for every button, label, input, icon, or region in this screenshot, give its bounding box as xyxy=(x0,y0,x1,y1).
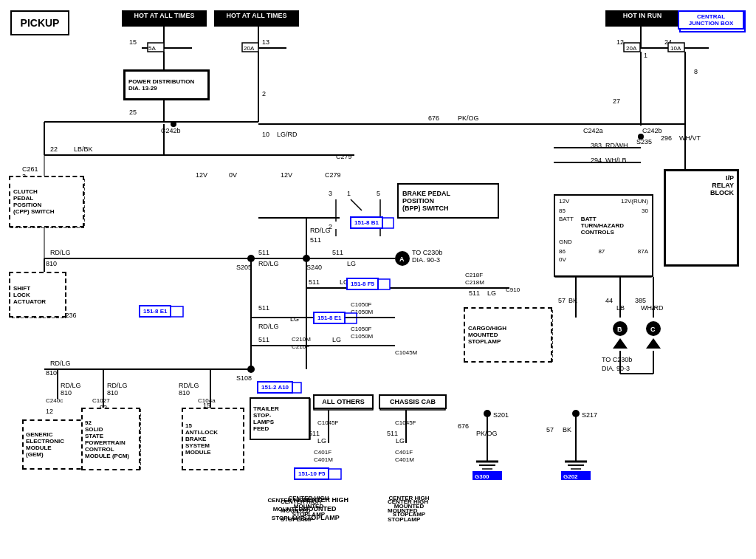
svg-text:511: 511 xyxy=(387,430,398,437)
svg-text:C: C xyxy=(650,326,656,333)
svg-text:20A: 20A xyxy=(626,45,637,52)
svg-text:G202: G202 xyxy=(563,473,578,480)
svg-text:12V: 12V xyxy=(281,171,292,179)
fuse-151-8-e1-left: 151-8 E1 xyxy=(139,305,171,318)
ip-relay-block: I/P RELAY BLOCK xyxy=(664,170,738,266)
svg-text:15: 15 xyxy=(129,38,137,46)
center-high-stoplamp-right: CENTER HIGHMOUNTEDSTOPLAMP xyxy=(379,493,439,518)
all-others-box: ALL OTHERS xyxy=(313,394,374,409)
fuse-151-8-e1-right: 151-8 E1 xyxy=(313,312,346,324)
svg-text:RD/LG: RD/LG xyxy=(50,249,71,256)
fuse-151-2-a10: 151-2 A10 xyxy=(257,381,293,394)
svg-text:BK: BK xyxy=(563,426,571,433)
svg-text:57: 57 xyxy=(558,297,566,304)
svg-text:27: 27 xyxy=(613,97,620,105)
svg-text:C1050M: C1050M xyxy=(351,333,374,340)
svg-text:C218M: C218M xyxy=(465,279,484,286)
svg-text:20A: 20A xyxy=(244,45,255,52)
svg-text:C242b: C242b xyxy=(642,127,662,134)
svg-text:TO C230b: TO C230b xyxy=(602,356,632,363)
fuse-151-8-b1: 151-8 B1 xyxy=(350,216,383,229)
svg-text:C401F: C401F xyxy=(395,449,413,456)
svg-text:LG: LG xyxy=(332,336,341,343)
svg-marker-241 xyxy=(613,338,628,349)
cpp-switch-box: CLUTCH PEDAL POSITION (CPP) SWITCH xyxy=(9,176,84,227)
svg-text:13: 13 xyxy=(262,38,269,46)
gem-box: GENERIC ELECTRONIC MODULE (GEM) xyxy=(22,419,89,470)
svg-text:C279: C279 xyxy=(325,171,341,179)
fuse-151-8-f5: 151-8 F5 xyxy=(346,278,379,290)
svg-text:676: 676 xyxy=(458,422,469,430)
svg-text:12: 12 xyxy=(616,38,624,46)
svg-text:3: 3 xyxy=(329,190,332,197)
center-high-stoplamp-left: CENTER HIGHMOUNTEDSTOPLAMP xyxy=(279,493,338,518)
svg-text:S217: S217 xyxy=(582,411,597,419)
svg-text:C401F: C401F xyxy=(314,449,331,456)
cargo-high-mounted-stoplamp: CARGO/HIGH MOUNTED STOPLAMP xyxy=(464,307,552,363)
svg-line-44 xyxy=(351,199,362,210)
svg-text:LB: LB xyxy=(616,304,625,312)
svg-text:511: 511 xyxy=(310,236,321,244)
svg-text:57: 57 xyxy=(546,426,554,433)
bpp-switch-box: BRAKE PEDAL POSITION (BPP) SWITCH xyxy=(397,183,499,219)
svg-text:44: 44 xyxy=(605,297,613,304)
svg-text:LG: LG xyxy=(396,437,405,445)
svg-text:676: 676 xyxy=(428,114,439,122)
svg-marker-244 xyxy=(646,338,661,349)
svg-text:C261: C261 xyxy=(22,165,38,173)
svg-text:2: 2 xyxy=(262,90,266,97)
svg-text:C242a: C242a xyxy=(583,127,603,134)
svg-point-199 xyxy=(638,134,644,140)
svg-text:C401M: C401M xyxy=(314,456,333,463)
svg-text:WH/RD: WH/RD xyxy=(641,304,664,312)
svg-text:10A: 10A xyxy=(670,45,681,52)
svg-text:LG: LG xyxy=(317,437,326,445)
svg-text:PK/OG: PK/OG xyxy=(458,114,479,122)
svg-text:8: 8 xyxy=(694,68,698,75)
svg-text:0V: 0V xyxy=(229,171,237,179)
svg-text:WH/VT: WH/VT xyxy=(679,134,701,142)
svg-text:C210M: C210M xyxy=(292,336,311,343)
svg-text:S108: S108 xyxy=(236,374,252,382)
svg-text:810: 810 xyxy=(46,260,57,267)
svg-text:12: 12 xyxy=(46,408,53,415)
svg-text:RD/LG: RD/LG xyxy=(258,323,279,330)
svg-text:C1050F: C1050F xyxy=(351,326,372,332)
svg-text:LB/BK: LB/BK xyxy=(74,145,93,153)
svg-text:DIA. 90-3: DIA. 90-3 xyxy=(602,365,630,372)
svg-text:C279: C279 xyxy=(336,153,352,160)
chassis-cab-box: CHASSIS CAB xyxy=(379,394,447,409)
svg-text:B: B xyxy=(617,326,622,333)
svg-text:25: 25 xyxy=(129,109,137,116)
svg-text:1: 1 xyxy=(347,190,351,197)
power-distribution-box: POWER DISTRIBUTION DIA. 13-29 xyxy=(124,70,209,100)
svg-text:RD/LG: RD/LG xyxy=(179,382,199,389)
trailer-stop-lamps-feed: TRAILER STOP- LAMPS FEED xyxy=(250,397,310,440)
svg-text:12V: 12V xyxy=(196,171,207,179)
svg-text:511: 511 xyxy=(258,336,269,343)
svg-text:S201: S201 xyxy=(493,411,509,419)
svg-text:RD/LG: RD/LG xyxy=(107,382,128,389)
svg-text:810: 810 xyxy=(61,389,72,397)
svg-text:RD/LG: RD/LG xyxy=(310,227,331,234)
fuse-151-10-f5: 151-10 F5 xyxy=(294,467,329,480)
shift-lock-box: SHIFT LOCK ACTUATOR xyxy=(9,272,66,318)
svg-text:511: 511 xyxy=(332,249,343,256)
svg-text:511: 511 xyxy=(309,278,320,286)
svg-text:C1045M: C1045M xyxy=(395,349,418,356)
svg-text:BK: BK xyxy=(568,297,577,304)
svg-text:C1027: C1027 xyxy=(92,397,110,404)
svg-text:S240: S240 xyxy=(306,264,322,271)
svg-text:C401M: C401M xyxy=(395,456,414,463)
svg-text:5: 5 xyxy=(377,190,380,197)
svg-text:RD/LG: RD/LG xyxy=(258,260,279,267)
svg-text:1: 1 xyxy=(644,52,647,59)
svg-text:RD/LG: RD/LG xyxy=(61,382,81,389)
svg-text:810: 810 xyxy=(107,389,118,397)
svg-text:22: 22 xyxy=(50,145,58,153)
svg-text:TO C230b: TO C230b xyxy=(412,249,442,256)
svg-text:385: 385 xyxy=(635,297,646,304)
svg-text:LG: LG xyxy=(347,260,356,267)
central-junction-box-label: CENTRAL JUNCTION BOX xyxy=(678,10,744,30)
svg-text:LG: LG xyxy=(290,315,299,323)
